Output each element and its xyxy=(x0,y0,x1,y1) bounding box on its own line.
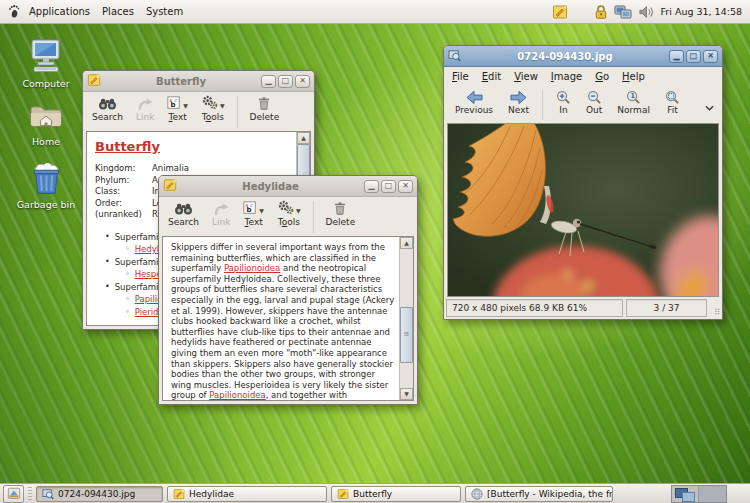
maximize-button[interactable]: □ xyxy=(686,50,701,63)
minimize-button[interactable]: ▁ xyxy=(669,50,684,63)
clock-applet[interactable]: Fri Aug 31, 14:58 xyxy=(661,6,744,17)
zoom-in-icon xyxy=(556,89,571,105)
trash-icon xyxy=(257,95,271,112)
viewer-statusbar: 720 x 480 pixels 68.9 KB 61% 3 / 37 ⠿ xyxy=(444,298,722,319)
scrollbar-vertical[interactable]: ▲ ▼ xyxy=(399,237,413,400)
fit-label: Fit xyxy=(667,105,678,115)
toolbar-overflow-chevron-icon[interactable] xyxy=(701,96,718,115)
gnome-foot-icon[interactable] xyxy=(6,4,21,19)
trash-icon xyxy=(333,200,347,217)
home-folder-icon xyxy=(29,103,63,131)
link-button: Link xyxy=(130,94,160,123)
tools-button[interactable]: ▼ Tools xyxy=(195,94,231,123)
volume-icon[interactable] xyxy=(638,4,655,20)
workspace-1[interactable] xyxy=(672,486,699,502)
gears-icon xyxy=(201,95,218,112)
workspace-2[interactable] xyxy=(699,486,726,502)
menu-image[interactable]: Image xyxy=(551,71,582,82)
image-viewer-icon xyxy=(42,488,54,500)
text-button[interactable]: acb▼ Text xyxy=(161,94,194,123)
minimize-button[interactable]: ▁ xyxy=(364,180,379,193)
panel-handle[interactable] xyxy=(28,487,32,500)
zoom-out-icon xyxy=(587,89,602,105)
delete-button[interactable]: Delete xyxy=(244,94,286,123)
titlebar[interactable]: Hedylidae ▁□✕ xyxy=(159,176,417,197)
chevron-down-icon: ▼ xyxy=(183,102,188,109)
text-format-icon: acb xyxy=(167,96,181,112)
toolbar-separator xyxy=(237,96,238,128)
maximize-button[interactable]: □ xyxy=(278,75,293,88)
next-label: Next xyxy=(508,105,529,115)
resize-grip[interactable]: ⠿ xyxy=(710,299,720,317)
note-link[interactable]: Papilionoidea xyxy=(224,263,280,273)
normal-size-button[interactable]: 1 Normal xyxy=(610,88,657,116)
menu-system[interactable]: System xyxy=(140,3,189,20)
titlebar[interactable]: 0724-094430.jpg ▁□✕ xyxy=(444,46,722,67)
previous-button[interactable]: Previous xyxy=(448,88,500,116)
menu-applications[interactable]: Applications xyxy=(23,3,96,20)
zoom-normal-icon: 1 xyxy=(626,89,641,105)
photo-butterfly-on-flower xyxy=(447,123,719,297)
taskbar-button[interactable]: Hedylidae xyxy=(167,486,327,502)
note-applet-icon[interactable] xyxy=(552,4,568,20)
search-button[interactable]: Search xyxy=(86,94,129,123)
text-button[interactable]: acb▼ Text xyxy=(237,199,270,228)
svg-text:b: b xyxy=(247,206,252,214)
note-link[interactable]: Papilionoidea xyxy=(209,390,265,400)
arrow-left-icon xyxy=(465,89,484,105)
lock-icon[interactable] xyxy=(594,4,608,20)
chevron-down-icon: ▼ xyxy=(220,102,225,109)
garbage-bin-icon xyxy=(30,161,63,194)
zoom-out-button[interactable]: Out xyxy=(579,88,609,116)
menu-places[interactable]: Places xyxy=(96,3,140,20)
delete-button[interactable]: Delete xyxy=(320,199,362,228)
taskbar-button-label: [Butterfly - Wikipedia, the free... xyxy=(487,489,613,499)
taskbar-button[interactable]: Butterfly xyxy=(331,486,461,502)
binoculars-icon xyxy=(174,200,193,217)
zoom-in-button[interactable]: In xyxy=(549,88,578,116)
search-button[interactable]: Search xyxy=(162,199,205,228)
network-icon[interactable] xyxy=(614,4,632,20)
zoom-fit-icon xyxy=(665,89,680,105)
close-button[interactable]: ✕ xyxy=(295,75,310,88)
scroll-thumb[interactable] xyxy=(400,307,413,363)
show-desktop-button[interactable] xyxy=(3,485,24,503)
note-title-link[interactable]: Butterfly xyxy=(95,139,294,154)
note-window-icon xyxy=(163,177,177,196)
menu-go[interactable]: Go xyxy=(595,71,609,82)
scroll-up-icon[interactable]: ▲ xyxy=(297,132,310,144)
desktop-icon-garbage-bin[interactable]: Garbage bin xyxy=(15,161,77,210)
close-button[interactable]: ✕ xyxy=(398,180,413,193)
tools-button[interactable]: ▼ Tools xyxy=(271,199,307,228)
desktop: Applications Places System Fri Aug 31, 1… xyxy=(0,0,750,503)
menu-file[interactable]: File xyxy=(452,71,469,82)
note-toolbar: Search Link acb▼ Text ▼ Tools Delete xyxy=(159,197,417,235)
taxonomy-rank: (unranked) xyxy=(95,209,152,221)
desktop-icon-computer[interactable]: Computer xyxy=(15,39,77,89)
link-arrow-icon xyxy=(137,95,154,112)
taskbar-button[interactable]: 0724-094430.jpg xyxy=(36,486,163,502)
zoom-in-label: In xyxy=(559,105,567,115)
scroll-up-icon[interactable]: ▲ xyxy=(400,237,413,249)
menu-view[interactable]: View xyxy=(514,71,538,82)
gears-icon xyxy=(277,200,294,217)
menu-help[interactable]: Help xyxy=(622,71,645,82)
menu-edit[interactable]: Edit xyxy=(482,71,501,82)
window-title: Hedylidae xyxy=(181,181,360,192)
zoom-out-label: Out xyxy=(586,105,602,115)
workspace-switcher[interactable] xyxy=(671,485,727,503)
maximize-button[interactable]: □ xyxy=(381,180,396,193)
taskbar-button-label: Hedylidae xyxy=(189,489,234,499)
window-title: 0724-094430.jpg xyxy=(465,51,665,62)
desktop-icon-label: Computer xyxy=(15,78,77,89)
viewer-menubar: FileEditViewImageGoHelp xyxy=(444,67,722,86)
titlebar[interactable]: Butterfly ▁□✕ xyxy=(83,71,314,92)
taskbar-button[interactable]: [Butterfly - Wikipedia, the free... xyxy=(465,486,613,502)
desktop-icon-label: Home xyxy=(15,136,77,147)
fit-button[interactable]: Fit xyxy=(658,88,687,116)
desktop-icon-home[interactable]: Home xyxy=(15,103,77,147)
next-button[interactable]: Next xyxy=(501,88,536,116)
minimize-button[interactable]: ▁ xyxy=(261,75,276,88)
close-button[interactable]: ✕ xyxy=(703,50,718,63)
scroll-down-icon[interactable]: ▼ xyxy=(400,388,413,400)
